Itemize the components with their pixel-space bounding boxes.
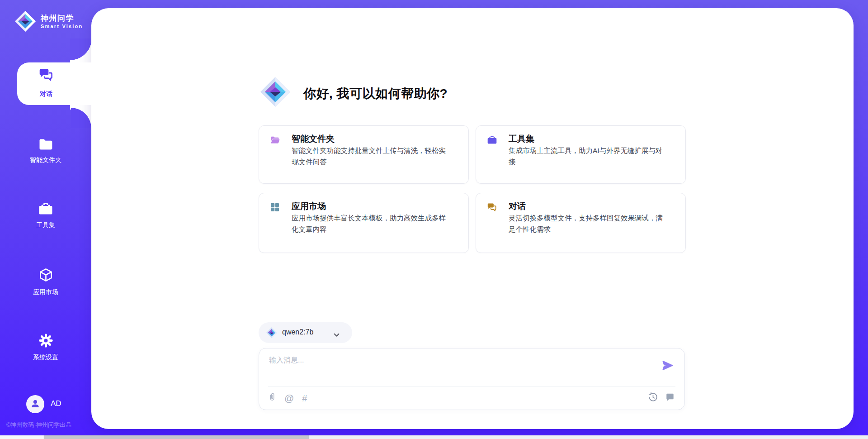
grid-icon <box>270 202 280 214</box>
feature-card-toolset[interactable]: 工具集 集成市场上主流工具，助力AI与外界无缝扩展与对接 <box>476 125 686 184</box>
sidebar-item-app-market[interactable]: 应用市场 <box>0 267 91 296</box>
card-title: 工具集 <box>509 133 534 145</box>
message-input[interactable] <box>268 355 641 383</box>
sidebar-footer: ©神州数码·神州问学出品 <box>6 421 71 429</box>
folder-icon <box>38 144 53 152</box>
message-icon <box>665 392 675 404</box>
sidebar-item-toolset-label: 工具集 <box>0 221 91 229</box>
open-folder-icon <box>270 135 280 147</box>
model-selector[interactable]: qwen2:7b <box>259 322 352 343</box>
card-description: 应用市场提供丰富长文本模板，助力高效生成多样化文章内容 <box>292 212 451 235</box>
briefcase-icon <box>38 210 53 217</box>
paperclip-icon <box>268 391 277 405</box>
app-root: { "colors": { "sidebar_top": "#6c5af0", … <box>0 0 868 439</box>
history-button[interactable] <box>647 391 659 404</box>
sidebar-item-smart-folder-label: 智能文件夹 <box>0 156 91 164</box>
gear-icon <box>38 342 53 349</box>
diamond-logo-icon <box>266 327 278 340</box>
tab-fillet-top <box>70 38 91 60</box>
sidebar-item-smart-folder[interactable]: 智能文件夹 <box>0 138 91 164</box>
chevron-down-icon <box>334 331 340 339</box>
person-icon <box>30 398 41 410</box>
composer-divider <box>268 387 675 387</box>
brand-subtitle: Smart Vision <box>41 24 83 29</box>
mention-button at-sign-icon[interactable]: @ <box>283 392 295 405</box>
history-icon <box>648 392 658 404</box>
feature-card-chat[interactable]: 对话 灵活切换多模型文件，支持多样回复效果调试，满足个性化需求 <box>476 193 686 253</box>
card-description: 灵活切换多模型文件，支持多样回复效果调试，满足个性化需求 <box>509 212 668 235</box>
greeting-text: 你好, 我可以如何帮助你? <box>303 85 448 102</box>
horizontal-scrollbar-thumb[interactable] <box>44 435 309 439</box>
feature-card-app-market[interactable]: 应用市场 应用市场提供丰富长文本模板，助力高效生成多样化文章内容 <box>259 193 469 253</box>
sidebar-item-settings[interactable]: 系统设置 <box>0 333 91 362</box>
composer-toolbar: @ # <box>267 391 308 406</box>
message-mode-button[interactable] <box>665 392 675 404</box>
card-title: 应用市场 <box>292 200 326 212</box>
card-title: 智能文件夹 <box>292 133 335 145</box>
greeting-logo diamond-logo-icon <box>259 76 292 110</box>
cube-icon <box>38 277 54 284</box>
message-composer: @ # <box>259 348 685 410</box>
card-description: 智能文件夹功能支持批量文件上传与清洗，轻松实现文件问答 <box>292 145 451 167</box>
user-name: AD <box>51 399 61 408</box>
feature-card-smart-folder[interactable]: 智能文件夹 智能文件夹功能支持批量文件上传与清洗，轻松实现文件问答 <box>259 125 469 184</box>
attach-button[interactable] <box>267 391 277 406</box>
model-name: qwen2:7b <box>282 328 313 336</box>
send-plane-icon <box>661 366 674 373</box>
sidebar-item-toolset[interactable]: 工具集 <box>0 201 91 229</box>
brand-name: 神州问学 <box>41 13 74 24</box>
sidebar-item-chat-label: 对话 <box>17 90 75 98</box>
sidebar-item-app-market-label: 应用市场 <box>0 288 91 296</box>
user-avatar[interactable] <box>26 395 44 413</box>
brand-logo diamond-logo-icon <box>14 10 37 34</box>
send-button[interactable] <box>660 358 675 374</box>
sidebar-item-chat[interactable] <box>17 62 95 105</box>
card-title: 对话 <box>509 200 526 212</box>
tab-fillet-bottom <box>71 108 91 128</box>
scrollbar-corner <box>0 435 43 439</box>
chat-bubbles-icon <box>38 67 53 84</box>
card-description: 集成市场上主流工具，助力AI与外界无缝扩展与对接 <box>509 145 668 167</box>
chat-bubbles-icon <box>487 202 497 214</box>
sidebar-item-settings-label: 系统设置 <box>0 353 91 362</box>
briefcase-icon <box>487 135 497 147</box>
composer-right-tools <box>647 391 675 404</box>
topic-button hash-icon[interactable]: # <box>301 392 308 405</box>
